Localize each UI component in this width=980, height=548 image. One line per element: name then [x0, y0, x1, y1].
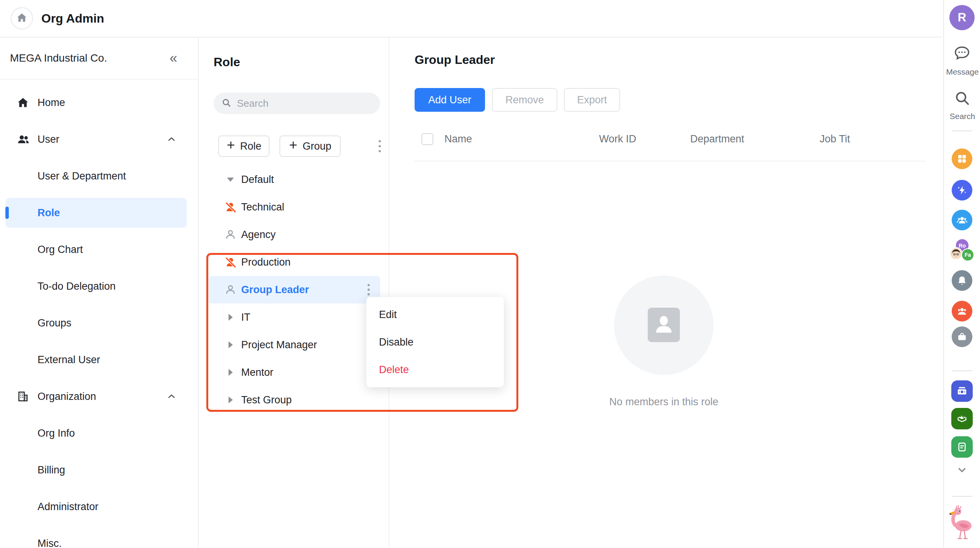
sidebar-item-label: User & Department: [38, 170, 126, 182]
active-item-background: [5, 198, 187, 228]
role-search[interactable]: [214, 93, 380, 114]
apps-grid-icon[interactable]: [952, 148, 972, 169]
tree-item-group-leader[interactable]: Group Leader: [209, 276, 380, 303]
main-panel: Group Leader Add User Remove Export Name…: [389, 38, 943, 548]
caret-right-icon[interactable]: [224, 396, 237, 403]
tree-item-label: Default: [241, 174, 274, 186]
caret-right-icon[interactable]: [224, 314, 237, 321]
tree-item-mentor[interactable]: Mentor: [209, 359, 380, 386]
message-button[interactable]: [953, 44, 971, 64]
sidebar-item-todo-delegation[interactable]: To-do Delegation: [0, 268, 198, 305]
tree-item-more-icon[interactable]: [364, 283, 373, 296]
user-avatar[interactable]: R: [949, 5, 975, 30]
dock-search-button[interactable]: [953, 89, 971, 108]
chevron-up-icon[interactable]: [167, 134, 176, 144]
home-button[interactable]: [11, 7, 33, 29]
dock-divider: [952, 496, 972, 497]
tree-item-test-group[interactable]: Test Group: [209, 386, 380, 414]
page-title: Group Leader: [415, 53, 495, 67]
sidebar-item-external-user[interactable]: External User: [0, 341, 198, 378]
add-role-label: Role: [240, 140, 261, 152]
caret-right-icon[interactable]: [224, 341, 237, 348]
dock-divider: [952, 130, 972, 131]
plus-icon: [226, 140, 235, 152]
chevron-up-icon[interactable]: [167, 391, 176, 401]
context-menu-item-delete[interactable]: Delete: [366, 356, 504, 383]
add-role-button[interactable]: Role: [218, 135, 270, 157]
role-tree: Default Technical Agency: [209, 166, 380, 414]
active-item-indicator: [5, 207, 9, 219]
role-panel-more-icon[interactable]: [374, 139, 385, 153]
right-dock: R Message Search: [943, 0, 980, 548]
caret-down-icon[interactable]: [224, 178, 237, 182]
sidebar-item-org-info[interactable]: Org Info: [0, 415, 198, 452]
tree-item-label: Production: [241, 256, 291, 268]
sidebar-item-groups[interactable]: Groups: [0, 305, 198, 341]
role-person-icon: [224, 229, 237, 240]
payroll-banknote-icon[interactable]: [951, 380, 973, 402]
sidebar-item-role[interactable]: Role: [0, 194, 198, 231]
contacts-people-icon[interactable]: [952, 210, 972, 230]
tree-item-label: IT: [241, 312, 250, 323]
table-header-divider: [415, 161, 925, 161]
sidebar-item-label: Billing: [38, 464, 65, 476]
tree-item-production[interactable]: Production: [209, 248, 380, 276]
sidebar-item-administrator[interactable]: Administrator: [0, 488, 198, 525]
tree-item-label: Test Group: [241, 394, 292, 406]
home-circle-icon: [16, 12, 28, 25]
notification-bell-icon[interactable]: [952, 270, 972, 291]
add-group-button[interactable]: Group: [279, 135, 341, 157]
users-icon: [17, 133, 30, 146]
avatar-cartoon-face: [950, 247, 962, 260]
role-disabled-icon: [224, 201, 237, 213]
sidebar-item-billing[interactable]: Billing: [0, 452, 198, 488]
collapse-sidebar-icon[interactable]: «: [170, 51, 177, 65]
docs-list-icon[interactable]: [951, 436, 973, 458]
tree-item-agency[interactable]: Agency: [209, 221, 380, 248]
tree-item-label: Agency: [241, 229, 276, 241]
sidebar-item-organization[interactable]: Organization: [0, 378, 198, 415]
sidebar-menu: Home User User & Department Role Org Cha…: [0, 80, 198, 548]
home-icon: [17, 96, 30, 109]
sidebar-item-misc[interactable]: Misc.: [0, 525, 198, 548]
column-header-job-title: Job Title: [820, 133, 850, 145]
dock-search-label: Search: [944, 112, 980, 121]
context-menu: Edit Disable Delete: [366, 297, 504, 387]
tree-item-default[interactable]: Default: [209, 166, 380, 193]
workplace-briefcase-icon[interactable]: [952, 326, 972, 347]
org-row: MEGA Industrial Co. «: [0, 38, 198, 80]
pinned-chat-avatars[interactable]: Ro Fa: [950, 238, 974, 263]
external-group-icon[interactable]: [952, 301, 972, 321]
caret-right-icon[interactable]: [224, 369, 237, 376]
sidebar-item-label: Administrator: [38, 501, 98, 513]
select-all-checkbox[interactable]: [421, 133, 433, 145]
context-menu-item-edit[interactable]: Edit: [366, 301, 504, 328]
avatar-fa: Fa: [961, 248, 974, 261]
tree-item-technical[interactable]: Technical: [209, 193, 380, 221]
search-icon: [953, 89, 971, 108]
sidebar-item-user-department[interactable]: User & Department: [0, 158, 198, 194]
sidebar-item-label: Role: [38, 207, 60, 219]
sidebar-item-label: Home: [38, 97, 65, 109]
integrations-block-icon[interactable]: [951, 408, 973, 429]
sidebar-item-label: User: [38, 134, 59, 145]
empty-avatar-placeholder-icon: [648, 308, 680, 342]
tree-item-label: Mentor: [241, 367, 273, 378]
sidebar-item-user[interactable]: User: [0, 121, 198, 158]
search-input[interactable]: [237, 98, 363, 109]
dock-expand-chevron-icon[interactable]: [955, 463, 969, 477]
column-header-department: Department: [690, 133, 744, 145]
export-button[interactable]: Export: [564, 88, 620, 112]
remove-button[interactable]: Remove: [492, 88, 557, 112]
context-menu-item-disable[interactable]: Disable: [366, 328, 504, 356]
automation-lightning-icon[interactable]: [952, 180, 972, 201]
sidebar-item-home[interactable]: Home: [0, 84, 198, 121]
app-title: Org Admin: [41, 11, 104, 26]
add-user-button[interactable]: Add User: [415, 88, 485, 112]
tree-item-label: Project Manager: [241, 339, 317, 351]
sidebar-item-org-chart[interactable]: Org Chart: [0, 231, 198, 268]
tree-item-it[interactable]: IT: [209, 303, 380, 331]
message-bubble-icon: [953, 44, 971, 64]
tree-item-project-manager[interactable]: Project Manager: [209, 331, 380, 359]
flamingo-image: [946, 504, 978, 543]
